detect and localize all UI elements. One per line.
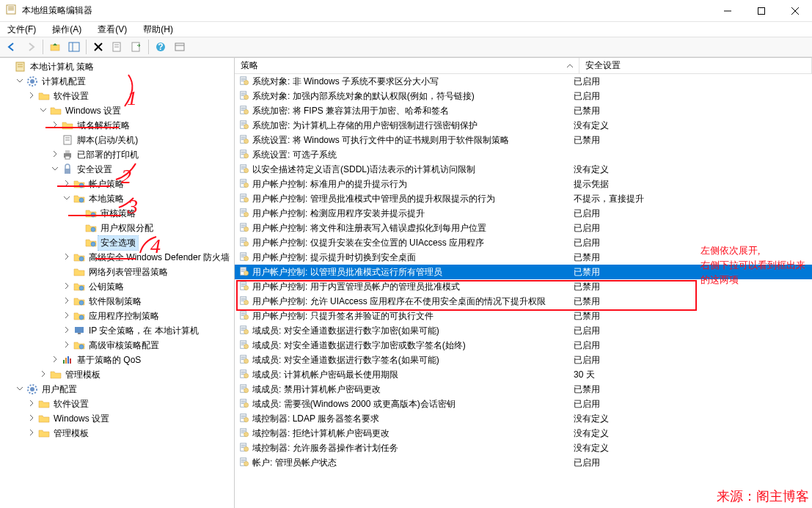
- filter-button[interactable]: [171, 38, 189, 56]
- up-button[interactable]: [46, 38, 64, 56]
- expand-toggle[interactable]: [38, 370, 48, 379]
- tree-node[interactable]: 帐户策略: [0, 177, 234, 191]
- properties-button[interactable]: [109, 38, 126, 56]
- tree-node[interactable]: 脚本(启动/关机): [0, 133, 234, 147]
- tree-node[interactable]: 用户权限分配: [0, 221, 234, 235]
- menu-action[interactable]: 操作(A): [49, 22, 84, 37]
- tree-node[interactable]: 计算机配置: [0, 74, 234, 89]
- tree-node[interactable]: 用户配置: [0, 382, 234, 397]
- tree-node[interactable]: 网络列表管理器策略: [0, 265, 234, 279]
- show-hide-tree-button[interactable]: [65, 38, 83, 56]
- policy-row[interactable]: 用户帐户控制: 检测应用程序安装并提示提升已启用: [235, 206, 812, 221]
- svg-rect-32: [65, 169, 70, 174]
- back-button[interactable]: [3, 38, 21, 56]
- tree-node[interactable]: 高级审核策略配置: [0, 338, 234, 353]
- policy-row[interactable]: 系统对象: 加强内部系统对象的默认权限(例如，符号链接)已启用: [235, 89, 812, 103]
- policy-icon: [239, 339, 249, 352]
- expand-toggle[interactable]: [62, 282, 72, 291]
- expand-toggle[interactable]: [50, 165, 60, 174]
- forward-button[interactable]: [22, 38, 40, 56]
- column-setting[interactable]: 安全设置: [579, 58, 812, 73]
- tree-node[interactable]: 本地计算机 策略: [0, 59, 234, 74]
- policy-row[interactable]: 域控制器: LDAP 服务器签名要求没有定义: [235, 411, 812, 426]
- tree-node[interactable]: 高级安全 Windows Defender 防火墙: [0, 250, 234, 265]
- minimize-button[interactable]: [711, 0, 745, 22]
- expand-toggle[interactable]: [50, 356, 60, 364]
- expand-toggle[interactable]: [62, 341, 72, 350]
- expand-toggle[interactable]: [62, 326, 72, 335]
- policy-row[interactable]: 用户帐户控制: 标准用户的提升提示行为提示凭据: [235, 177, 812, 191]
- policy-row[interactable]: 系统对象: 非 Windows 子系统不要求区分大小写已启用: [235, 74, 812, 89]
- expand-toggle[interactable]: [26, 400, 37, 408]
- expand-toggle[interactable]: [62, 312, 72, 320]
- tree-node[interactable]: 安全选项: [0, 235, 234, 250]
- delete-button[interactable]: [89, 38, 107, 56]
- tree-node[interactable]: 安全设置: [0, 162, 234, 177]
- policy-row[interactable]: 域成员: 需要强(Windows 2000 或更高版本)会话密钥已启用: [235, 397, 812, 411]
- policy-row[interactable]: 系统加密: 将 FIPS 兼容算法用于加密、哈希和签名已禁用: [235, 103, 812, 118]
- svg-rect-74: [241, 139, 244, 140]
- expand-toggle[interactable]: [62, 194, 72, 203]
- tree-node[interactable]: Windows 设置: [0, 103, 234, 118]
- expand-toggle[interactable]: [62, 253, 72, 262]
- policy-row[interactable]: 用户帐户控制: 提示提升时切换到安全桌面已禁用: [235, 250, 812, 265]
- script-icon: [62, 134, 73, 146]
- tree-node[interactable]: 本地策略: [0, 191, 234, 206]
- policy-row[interactable]: 用户帐户控制: 用于内置管理员帐户的管理员批准模式已禁用: [235, 279, 812, 294]
- tree-node[interactable]: Windows 设置: [0, 411, 234, 426]
- policy-row[interactable]: 用户帐户控制: 只提升签名并验证的可执行文件已禁用: [235, 309, 812, 323]
- column-policy[interactable]: 策略: [235, 58, 579, 73]
- policy-row[interactable]: 系统设置: 可选子系统: [235, 147, 812, 162]
- tree-node[interactable]: 基于策略的 QoS: [0, 353, 234, 367]
- tree-node[interactable]: 应用程序控制策略: [0, 309, 234, 323]
- expand-toggle[interactable]: [15, 385, 25, 394]
- tree-node[interactable]: 软件设置: [0, 89, 234, 103]
- expand-toggle[interactable]: [26, 429, 37, 438]
- expand-toggle[interactable]: [50, 150, 60, 159]
- policy-row[interactable]: 以安全描述符定义语言(SDDL)语法表示的计算机访问限制没有定义: [235, 162, 812, 177]
- export-button[interactable]: [128, 38, 145, 56]
- menu-file[interactable]: 文件(F): [4, 22, 39, 37]
- policy-row[interactable]: 用户帐户控制: 以管理员批准模式运行所有管理员已禁用: [235, 265, 812, 279]
- policy-row[interactable]: 用户帐户控制: 管理员批准模式中管理员的提升权限提示的行为不提示，直接提升: [235, 191, 812, 206]
- tree-node[interactable]: 软件限制策略: [0, 294, 234, 309]
- policy-row[interactable]: 域控制器: 拒绝计算机帐户密码更改没有定义: [235, 426, 812, 441]
- tree-node[interactable]: 公钥策略: [0, 279, 234, 294]
- policy-row[interactable]: 系统加密: 为计算机上存储的用户密钥强制进行强密钥保护没有定义: [235, 118, 812, 133]
- policy-row[interactable]: 域成员: 对安全通道数据进行数字加密(如果可能)已启用: [235, 323, 812, 338]
- tree-node[interactable]: 域名解析策略: [0, 118, 234, 133]
- policy-row[interactable]: 用户帐户控制: 仅提升安装在安全位置的 UIAccess 应用程序已启用: [235, 235, 812, 250]
- tree-node[interactable]: 已部署的打印机: [0, 147, 234, 162]
- help-button[interactable]: ?: [152, 38, 169, 56]
- expand-toggle[interactable]: [38, 106, 48, 115]
- list-body[interactable]: 系统对象: 非 Windows 子系统不要求区分大小写已启用系统对象: 加强内部…: [235, 74, 812, 508]
- tree-node[interactable]: 软件设置: [0, 397, 234, 411]
- policy-row[interactable]: 域控制器: 允许服务器操作者计划任务没有定义: [235, 441, 812, 455]
- policy-row[interactable]: 用户帐户控制: 将文件和注册表写入错误虚拟化到每用户位置已启用: [235, 221, 812, 235]
- tree-node[interactable]: 审核策略: [0, 206, 234, 221]
- expand-toggle[interactable]: [62, 180, 72, 188]
- policy-row[interactable]: 域成员: 对安全通道数据进行数字加密或数字签名(始终)已启用: [235, 338, 812, 353]
- tree-node[interactable]: 管理模板: [0, 367, 234, 382]
- policy-row[interactable]: 域成员: 计算机帐户密码最长使用期限30 天: [235, 367, 812, 382]
- expand-toggle[interactable]: [50, 121, 60, 130]
- policy-row[interactable]: 域成员: 禁用计算机帐户密码更改已禁用: [235, 382, 812, 397]
- maximize-button[interactable]: [745, 0, 778, 22]
- expand-toggle[interactable]: [15, 77, 25, 86]
- svg-point-100: [244, 212, 249, 216]
- expand-toggle[interactable]: [26, 414, 37, 423]
- close-button[interactable]: [778, 0, 812, 22]
- svg-point-125: [244, 285, 249, 290]
- policy-row[interactable]: 域成员: 对安全通道数据进行数字签名(如果可能)已启用: [235, 353, 812, 367]
- tree-node[interactable]: 管理模板: [0, 426, 234, 441]
- tree-node[interactable]: IP 安全策略，在 本地计算机: [0, 323, 234, 338]
- menu-view[interactable]: 查看(V): [95, 22, 130, 37]
- expand-toggle[interactable]: [26, 92, 37, 100]
- expand-toggle[interactable]: [62, 297, 72, 306]
- policy-row[interactable]: 帐户: 管理员帐户状态已启用: [235, 455, 812, 470]
- tree-pane[interactable]: 本地计算机 策略计算机配置软件设置Windows 设置域名解析策略脚本(启动/关…: [0, 58, 235, 508]
- policy-name: 域成员: 对安全通道数据进行数字签名(如果可能): [252, 354, 439, 367]
- menu-help[interactable]: 帮助(H): [140, 22, 176, 37]
- policy-row[interactable]: 系统设置: 将 Windows 可执行文件中的证书规则用于软件限制策略已禁用: [235, 133, 812, 147]
- policy-row[interactable]: 用户帐户控制: 允许 UIAccess 应用程序在不使用安全桌面的情况下提升权限…: [235, 294, 812, 309]
